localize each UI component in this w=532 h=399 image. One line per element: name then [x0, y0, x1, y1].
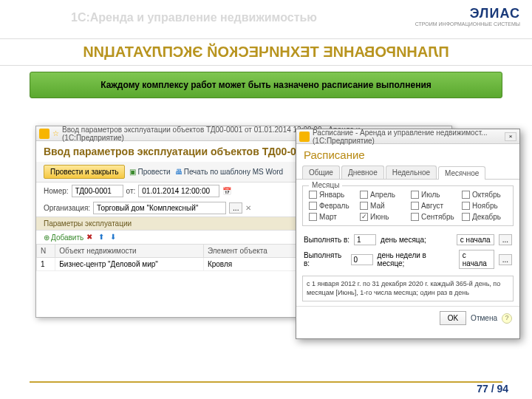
checkbox-icon[interactable] — [462, 191, 470, 199]
sch-close-button[interactable]: × — [505, 132, 516, 141]
org-picker-button[interactable]: ... — [229, 202, 242, 214]
tab-general[interactable]: Общие — [302, 166, 340, 179]
month-label: Май — [370, 202, 385, 210]
cancel-button[interactable]: Отмена — [471, 314, 497, 322]
org-clear-icon[interactable]: ✕ — [245, 204, 251, 212]
exec1-select[interactable]: с начала — [457, 234, 494, 245]
print-button[interactable]: 🖶Печать по шаблону MS Word — [175, 168, 283, 176]
checkbox-icon[interactable] — [360, 191, 368, 199]
tab-weekly[interactable]: Недельное — [386, 166, 437, 179]
number-label: Номер: — [44, 187, 69, 195]
month-label: Март — [319, 213, 337, 221]
number-input[interactable] — [72, 185, 123, 197]
checkbox-icon[interactable] — [309, 213, 317, 221]
month-Декабрь[interactable]: Декабрь — [462, 213, 507, 221]
help-icon[interactable]: ? — [502, 313, 512, 324]
schedule-title: Расписание — [296, 144, 519, 166]
month-Февраль[interactable]: Февраль — [309, 202, 354, 210]
move-down-icon[interactable]: ⬇ — [110, 233, 119, 242]
star-icon[interactable]: ☆ — [52, 129, 59, 137]
date-input[interactable] — [138, 185, 219, 197]
delete-icon[interactable]: ✖ — [86, 233, 95, 242]
schedule-window: Расписание - Аренда и управление недвижи… — [296, 129, 520, 339]
checkbox-icon[interactable] — [360, 202, 368, 210]
exec2-label: Выполнять в: — [304, 251, 347, 267]
page-number: 77 / 94 — [477, 383, 508, 395]
col-element[interactable]: Элемент объекта — [203, 245, 297, 258]
month-label: Апрель — [370, 191, 395, 199]
month-Апрель[interactable]: Апрель — [360, 191, 405, 199]
app-icon — [39, 129, 50, 139]
month-Сентябрь[interactable]: Сентябрь — [411, 213, 456, 221]
month-Август[interactable]: Август — [411, 202, 456, 210]
exec1-unit: день месяца; — [381, 236, 426, 244]
month-Январь[interactable]: Январь — [309, 191, 354, 199]
checkbox-icon[interactable] — [462, 202, 470, 210]
post-button[interactable]: ▣Провести — [129, 168, 170, 176]
col-n[interactable]: N — [37, 245, 55, 258]
month-label: Ноябрь — [472, 202, 498, 210]
banner: Каждому комплексу работ может быть назна… — [30, 72, 502, 98]
add-button[interactable]: ⊕Добавить — [44, 233, 83, 242]
month-label: Июнь — [370, 213, 389, 221]
month-label: Июль — [421, 191, 440, 199]
exec2-dots[interactable]: ... — [499, 254, 512, 265]
calendar-icon[interactable]: 📅 — [222, 187, 231, 195]
month-Июль[interactable]: Июль — [411, 191, 456, 199]
exec2-unit: день недели в месяце; — [378, 251, 450, 267]
month-Май[interactable]: Май — [360, 202, 405, 210]
month-label: Январь — [319, 191, 344, 199]
month-Июнь[interactable]: ✓Июнь — [360, 213, 405, 221]
month-label: Октябрь — [472, 191, 501, 199]
month-label: Декабрь — [472, 213, 501, 221]
exec1-label: Выполнять в: — [304, 236, 349, 244]
checkbox-icon[interactable]: ✓ — [360, 213, 368, 221]
move-up-icon[interactable]: ⬆ — [98, 233, 107, 242]
logo: ЭЛИАС СТРОИМ ИНФОРМАЦИОННЫЕ СИСТЕМЫ — [415, 6, 520, 27]
month-Ноябрь[interactable]: Ноябрь — [462, 202, 507, 210]
org-label: Организация: — [44, 204, 90, 212]
app-icon — [299, 132, 310, 142]
col-object[interactable]: Объект недвижимости — [55, 245, 204, 258]
checkbox-icon[interactable] — [411, 202, 419, 210]
month-label: Август — [421, 202, 443, 210]
month-label: Февраль — [319, 202, 349, 210]
checkbox-icon[interactable] — [411, 191, 419, 199]
checkbox-icon[interactable] — [309, 191, 317, 199]
org-input[interactable] — [93, 202, 226, 214]
exec2-spinner[interactable] — [351, 254, 373, 265]
from-label: от: — [126, 187, 136, 195]
ok-button[interactable]: OK — [440, 311, 466, 325]
month-Март[interactable]: Март — [309, 213, 354, 221]
schedule-summary: с 1 января 2012 г. по 31 декабря 2020 г.… — [302, 276, 514, 301]
post-close-button[interactable]: Провести и закрыть — [44, 165, 125, 179]
checkbox-icon[interactable] — [309, 202, 317, 210]
schedule-titlebar: Расписание - Аренда и управление недвижи… — [296, 129, 519, 144]
month-Октябрь[interactable]: Октябрь — [462, 191, 507, 199]
exec1-dots[interactable]: ... — [499, 234, 512, 245]
tab-daily[interactable]: Дневное — [341, 166, 384, 179]
app-title: 1С:Аренда и управление недвижимостью — [71, 11, 317, 24]
section-title: ПЛАНИРОВАНИЕ ТЕХНИЧЕСКОЙ ЭКСПЛУАТАЦИИ — [0, 38, 532, 66]
exec1-spinner[interactable] — [354, 234, 376, 245]
months-legend: Месяцы — [309, 181, 342, 189]
month-label: Сентябрь — [421, 213, 454, 221]
tab-monthly[interactable]: Месячное — [438, 166, 485, 180]
checkbox-icon[interactable] — [462, 213, 470, 221]
exec2-select[interactable]: с начала — [459, 250, 494, 269]
checkbox-icon[interactable] — [411, 213, 419, 221]
